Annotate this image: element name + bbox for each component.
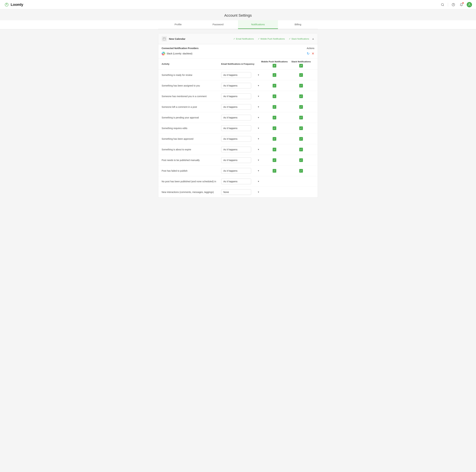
slack-checkbox[interactable]: ✓ <box>299 105 303 109</box>
activity-label: Something has been assigned to you <box>162 81 221 90</box>
slack-checkbox-cell: ✓ <box>288 148 314 151</box>
calendar-header: New Calendar ✓ Email Notifications ✓ Mob… <box>158 33 318 44</box>
mobile-checkbox[interactable]: ✓ <box>273 95 276 98</box>
table-header: Activity Email Notifications & Frequency… <box>158 58 318 70</box>
frequency-select[interactable]: As it happensDaily digestWeekly digestDe… <box>221 147 251 152</box>
slack-checkbox[interactable]: ✓ <box>299 148 303 151</box>
help-button[interactable] <box>451 2 456 7</box>
table-row: Post has failed to publish As it happens… <box>158 165 318 176</box>
frequency-select[interactable]: As it happensDaily digestWeekly digestDe… <box>221 125 251 131</box>
frequency-select[interactable]: As it happensDaily digestWeekly digestDe… <box>221 83 251 88</box>
table-row: Post needs to be published manually As i… <box>158 155 318 165</box>
email-notif-label: Email Notifications <box>236 38 254 40</box>
frequency-select[interactable]: As it happensDaily digestWeekly digestDe… <box>221 157 251 163</box>
delete-provider-button[interactable]: ✕ <box>312 51 314 56</box>
select-arrow-icon: ▼ <box>257 180 259 183</box>
slack-checkbox[interactable]: ✓ <box>299 73 303 77</box>
loomly-wordmark: Loomly <box>11 2 23 7</box>
slack-checkbox[interactable]: ✓ <box>299 137 303 141</box>
mobile-checkbox[interactable]: ✓ <box>273 126 276 130</box>
activity-label: Something requires edits <box>162 124 221 133</box>
frequency-select[interactable]: As it happensDaily digestWeekly digestDe… <box>221 179 251 184</box>
activity-label: Post has failed to publish <box>162 166 221 176</box>
provider-row-slack: Slack (Loomly: slacktest) ↻ ✕ <box>162 51 314 56</box>
search-button[interactable] <box>440 2 445 7</box>
select-arrow-icon: ▼ <box>257 191 259 193</box>
email-notif-check: ✓ Email Notifications <box>233 37 254 40</box>
svg-line-3 <box>443 5 444 6</box>
main-content-panel: New Calendar ✓ Email Notifications ✓ Mob… <box>158 33 318 197</box>
frequency-select[interactable]: As it happensDaily digestWeekly digestDe… <box>221 72 251 78</box>
frequency-select[interactable]: As it happensDaily digestWeekly digestDe… <box>221 136 251 142</box>
refresh-provider-button[interactable]: ↻ <box>307 51 309 56</box>
notification-button[interactable] <box>459 2 464 7</box>
slack-checkbox[interactable]: ✓ <box>299 84 303 87</box>
mobile-checkbox[interactable]: ✓ <box>273 169 276 173</box>
slack-checkbox[interactable]: ✓ <box>299 126 303 130</box>
mobile-checkbox[interactable]: ✓ <box>273 137 276 141</box>
activity-label: Post needs to be published manually <box>162 156 221 165</box>
mobile-checkbox[interactable]: ✓ <box>273 116 276 119</box>
frequency-select[interactable]: As it happensDaily digestWeekly digestDe… <box>221 94 251 99</box>
content-wrapper: New Calendar ✓ Email Notifications ✓ Mob… <box>0 33 476 208</box>
tab-notifications[interactable]: Notifications <box>238 20 278 29</box>
mobile-checkbox[interactable]: ✓ <box>273 84 276 87</box>
activity-label: No post has been published (and none sch… <box>162 177 221 186</box>
mobile-checkbox-cell: ✓ <box>261 158 288 162</box>
frequency-select[interactable]: As it happensDaily digestWeekly digestDe… <box>221 168 251 174</box>
select-arrow-icon: ▼ <box>257 159 259 161</box>
select-arrow-icon: ▼ <box>257 127 259 130</box>
activity-label: Something is pending your approval <box>162 113 221 122</box>
slack-notif-check: ✓ Slack Notifications <box>289 37 309 40</box>
frequency-select[interactable]: As it happensDaily digestWeekly digestDe… <box>221 189 251 195</box>
table-row: New interactions (comments, messages, ta… <box>158 187 318 197</box>
mobile-checkbox-cell: ✓ <box>261 73 288 77</box>
master-slack-checkbox[interactable]: ✓ <box>299 64 303 67</box>
slack-checkbox-cell: ✓ <box>288 95 314 98</box>
master-mobile-checkbox[interactable]: ✓ <box>273 64 276 67</box>
select-arrow-icon: ▼ <box>257 106 259 108</box>
tab-billing[interactable]: Billing <box>278 20 318 29</box>
slack-checkbox[interactable]: ✓ <box>299 158 303 162</box>
mobile-checkbox[interactable]: ✓ <box>273 105 276 109</box>
slack-checkbox[interactable]: ✓ <box>299 95 303 98</box>
tabs-bar: Profile Password Notifications Billing <box>158 20 318 29</box>
slack-checkbox[interactable]: ✓ <box>299 116 303 119</box>
tab-profile[interactable]: Profile <box>158 20 198 29</box>
table-row: Something is ready for review As it happ… <box>158 70 318 80</box>
provider-info: Slack (Loomly: slacktest) <box>162 52 192 55</box>
activity-label: Something is ready for review <box>162 70 221 80</box>
logo[interactable]: Loomly <box>4 2 23 7</box>
mobile-checkbox[interactable]: ✓ <box>273 158 276 162</box>
mobile-checkbox[interactable]: ✓ <box>273 148 276 151</box>
collapse-button[interactable]: ▲ <box>312 37 314 40</box>
slack-checkbox-cell: ✓ <box>288 169 314 173</box>
select-arrow-icon: ▼ <box>257 116 259 119</box>
select-arrow-icon: ▼ <box>257 170 259 172</box>
tab-password[interactable]: Password <box>198 20 238 29</box>
mobile-checkbox[interactable]: ✓ <box>273 73 276 77</box>
avatar[interactable] <box>467 2 472 7</box>
page-header: Account Settings <box>0 9 476 20</box>
nav-icons-group <box>440 2 472 7</box>
col-email-header: Email Notifications & Frequency <box>221 63 261 65</box>
frequency-select-wrapper: As it happensDaily digestWeekly digestDe… <box>221 157 261 163</box>
slack-checkbox-cell: ✓ <box>288 116 314 119</box>
providers-header: Connected Notification Providers Actions <box>162 47 314 49</box>
activity-label: Something is about to expire <box>162 145 221 154</box>
table-row: Someone left a comment in a post As it h… <box>158 102 318 112</box>
frequency-select-wrapper: As it happensDaily digestWeekly digestDe… <box>221 168 261 174</box>
calendar-notification-checks: ✓ Email Notifications ✓ Mobile Push Noti… <box>233 37 309 40</box>
mobile-notif-check: ✓ Mobile Push Notifications <box>258 37 285 40</box>
slack-checkbox-cell: ✓ <box>288 84 314 87</box>
col-mobile-header: Mobile Push Notifications ✓ <box>261 60 288 67</box>
slack-checkbox[interactable]: ✓ <box>299 169 303 173</box>
provider-name: Slack (Loomly: slacktest) <box>167 52 192 55</box>
top-navigation: Loomly <box>0 0 476 9</box>
frequency-select[interactable]: As it happensDaily digestWeekly digestDe… <box>221 115 251 120</box>
calendar-name: New Calendar <box>169 37 186 40</box>
activity-table: Activity Email Notifications & Frequency… <box>158 58 318 197</box>
frequency-select[interactable]: As it happensDaily digestWeekly digestDe… <box>221 104 251 110</box>
frequency-select-wrapper: As it happensDaily digestWeekly digestDe… <box>221 72 261 78</box>
select-arrow-icon: ▼ <box>257 74 259 76</box>
